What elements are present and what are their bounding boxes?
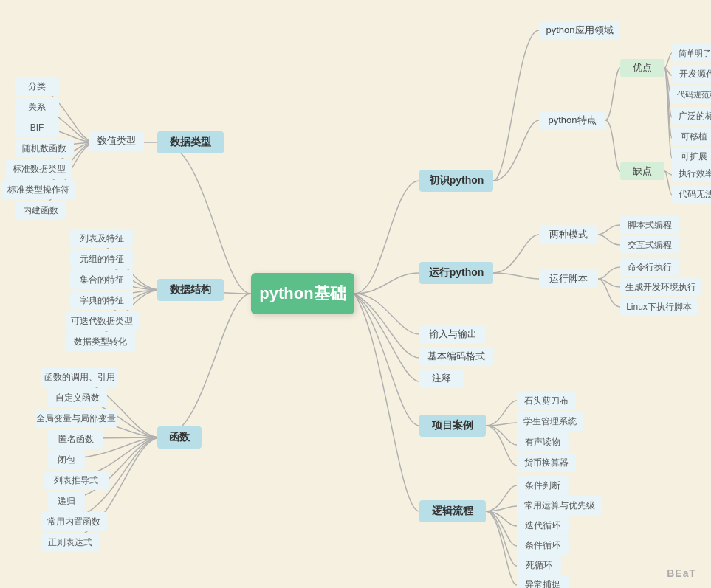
node-teding: python特点 (539, 111, 605, 130)
node-shuru: 输入与输出 (419, 325, 486, 344)
node-yunjiao: 运行脚本 (539, 269, 598, 288)
node-hanshu: 函数 (157, 426, 202, 449)
node-jiaohu: 交互式编程 (620, 236, 679, 254)
node-tiaoyong: 函数的调用、引用 (41, 367, 118, 387)
center-label: python基础 (259, 283, 346, 305)
node-chushi: 初识python (419, 170, 493, 192)
node-shujujiegou: 数据结构 (157, 279, 224, 301)
node-mingling: 命令行执行 (620, 258, 679, 276)
node-jihe: 集合的特征 (70, 270, 133, 289)
node-zhengze: 正则表达式 (41, 533, 100, 552)
node-fenlei: 分类 (15, 77, 59, 96)
node-suiji: 随机数函数 (15, 139, 74, 158)
node-kediedai: 可迭代数据类型 (65, 311, 139, 331)
node-tiaoxun: 条件循环 (517, 536, 569, 555)
node-biaozhunlei2: 标准类型操作符 (1, 180, 75, 199)
node-quanjubianliang: 全局变量与局部变量 (35, 409, 117, 428)
node-shitou: 石头剪刀布 (517, 391, 576, 410)
node-yuanzu: 元组的特征 (70, 249, 133, 269)
node-guifan: 代码规范程序高,可读性强 (670, 86, 711, 103)
node-zhuanhua: 数据类型转化 (65, 332, 135, 351)
node-youdi: 优点 (620, 59, 664, 77)
node-bibao: 闭包 (48, 450, 85, 469)
node-xuesheng: 学生管理系统 (517, 412, 583, 431)
node-luoji: 逻辑流程 (419, 500, 486, 522)
node-kaifang: 开发源代码 (672, 65, 711, 83)
node-jiaoshu: 脚本式编程 (620, 216, 679, 234)
node-liangmo: 两种模式 (539, 225, 598, 244)
node-zhushi: 注释 (419, 369, 464, 388)
node-yizhi: 可移植 (672, 128, 711, 145)
node-yunsuan: 常用运算与优先级 (517, 496, 602, 515)
node-youshen: 有声读物 (517, 432, 569, 452)
watermark: BEaT (667, 567, 696, 579)
node-diedai: 迭代循环 (517, 516, 569, 535)
node-zidingyi: 自定义函数 (48, 388, 107, 407)
node-zidian: 字典的特征 (70, 291, 133, 310)
node-shengcheng: 生成开发环境执行 (620, 278, 701, 296)
node-niming: 匿名函数 (48, 429, 103, 449)
node-sixun: 死循环 (517, 556, 561, 575)
node-quedi: 缺点 (620, 162, 664, 180)
node-yingyong: python应用领域 (539, 21, 620, 40)
node-liebiaotuida: 列表推导式 (43, 471, 109, 490)
node-kuozhan: 可扩展 (672, 148, 711, 165)
chushi-label: 初识python (429, 174, 484, 187)
node-huobi: 货币换算器 (517, 453, 576, 472)
node-shuzhi: 数值类型 (89, 131, 144, 151)
node-digui: 递归 (48, 491, 85, 511)
node-liebiao: 列表及特征 (70, 229, 133, 248)
node-shujuleixing: 数据类型 (157, 131, 224, 153)
node-biaozhunlei: 标准数据类型 (6, 159, 72, 179)
node-xiangmu: 项目案例 (419, 415, 486, 437)
node-tiaojian: 条件判断 (517, 476, 569, 495)
node-xiaolv: 执行效率稍低 (672, 165, 711, 182)
node-jiandan: 简单明了,学习曲线低 (672, 44, 711, 62)
node-neijian: 内建函数 (15, 201, 66, 220)
node-yichang: 异常捕捉 (517, 575, 569, 588)
node-linux: Linux下执行脚本 (620, 298, 698, 316)
node-guanxi: 关系 (15, 97, 59, 117)
node-biaozhun: 广泛的标准库 (672, 107, 711, 125)
node-bif: BIF (15, 118, 59, 137)
center-node: python基础 (251, 273, 354, 314)
node-changyong: 常用内置函数 (41, 512, 107, 531)
node-yuning: 运行python (419, 262, 493, 284)
node-biamo: 基本编码格式 (419, 347, 493, 366)
watermark-text: BEaT (667, 567, 696, 579)
node-jiami: 代码无法加密 (672, 185, 711, 203)
